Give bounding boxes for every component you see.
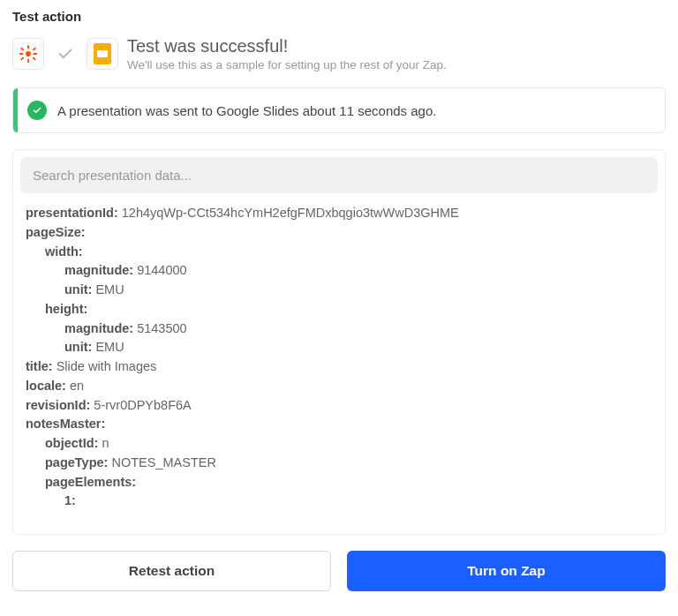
data-row: height:	[26, 300, 658, 319]
data-key: pageSize:	[26, 225, 86, 239]
svg-rect-2	[27, 59, 29, 64]
button-row: Retest action Turn on Zap	[12, 551, 666, 591]
output-panel: presentationId: 12h4yqWp-CCt534hcYmH2efg…	[12, 149, 666, 535]
data-value: n	[102, 436, 109, 450]
data-key: 1:	[64, 493, 76, 507]
data-value: 12h4yqWp-CCt534hcYmH2efgFMDxbqgio3twWwD3…	[122, 206, 459, 220]
data-row: locale: en	[26, 377, 658, 396]
data-row: magnitude: 9144000	[26, 261, 658, 281]
data-row: width:	[26, 243, 658, 262]
data-row: objectId: n	[26, 434, 658, 454]
svg-rect-4	[34, 53, 38, 55]
zapier-sun-icon	[19, 44, 38, 64]
data-row: presentationId: 12h4yqWp-CCt534hcYmH2efg…	[26, 204, 658, 223]
success-check-icon	[53, 41, 78, 66]
data-key: unit:	[64, 340, 92, 354]
data-key: revisionId:	[26, 398, 90, 412]
notice-text: A presentation was sent to Google Slides…	[57, 103, 436, 118]
data-key: notesMaster:	[26, 417, 105, 431]
data-value: Slide with Images	[56, 359, 157, 373]
zapier-icon	[12, 38, 44, 70]
svg-rect-5	[20, 47, 25, 51]
svg-point-0	[26, 51, 31, 56]
data-row: notesMaster:	[26, 415, 658, 434]
data-value: NOTES_MASTER	[111, 455, 215, 470]
svg-rect-6	[33, 56, 37, 61]
data-key: unit:	[64, 282, 92, 297]
data-key: locale:	[26, 379, 66, 393]
section-title: Test action	[12, 9, 666, 24]
success-notice: A presentation was sent to Google Slides…	[12, 87, 666, 133]
data-row: magnitude: 5143500	[26, 319, 658, 339]
data-key: magnitude:	[64, 263, 133, 277]
data-row: 1:	[26, 492, 658, 511]
data-scroll-area[interactable]: presentationId: 12h4yqWp-CCt534hcYmH2efg…	[20, 202, 658, 527]
status-subtext: We'll use this as a sample for setting u…	[127, 58, 447, 71]
data-value: en	[70, 379, 84, 393]
data-value: 5143500	[137, 321, 186, 335]
data-value: 5-rvr0DPYb8F6A	[94, 398, 191, 412]
data-row: unit: EMU	[26, 338, 658, 357]
svg-rect-3	[19, 53, 24, 55]
success-circle-icon	[27, 101, 47, 120]
data-key: objectId:	[45, 436, 98, 450]
data-row: pageType: NOTES_MASTER	[26, 454, 658, 473]
search-input[interactable]	[20, 157, 658, 193]
data-row: unit: EMU	[26, 281, 658, 300]
svg-rect-8	[20, 56, 25, 61]
data-key: height:	[45, 302, 87, 316]
data-value: EMU	[95, 340, 124, 354]
data-row: pageElements:	[26, 473, 658, 492]
data-row: title: Slide with Images	[26, 357, 658, 377]
data-key: pageType:	[45, 455, 108, 470]
data-key: magnitude:	[64, 321, 133, 335]
turn-on-zap-button[interactable]: Turn on Zap	[347, 551, 666, 591]
google-slides-icon	[87, 38, 118, 70]
data-key: presentationId:	[26, 206, 118, 220]
data-value: 9144000	[137, 263, 186, 277]
status-row: Test was successful! We'll use this as a…	[12, 36, 666, 71]
svg-rect-1	[27, 45, 29, 49]
data-key: pageElements:	[45, 475, 136, 489]
data-row: pageSize:	[26, 223, 658, 243]
data-key: width:	[45, 244, 83, 259]
retest-button[interactable]: Retest action	[12, 551, 331, 591]
svg-rect-7	[33, 47, 37, 51]
status-heading: Test was successful!	[127, 36, 447, 56]
status-text: Test was successful! We'll use this as a…	[127, 36, 447, 71]
data-row: revisionId: 5-rvr0DPYb8F6A	[26, 396, 658, 416]
data-value: EMU	[95, 282, 124, 297]
data-key: title:	[26, 359, 53, 373]
